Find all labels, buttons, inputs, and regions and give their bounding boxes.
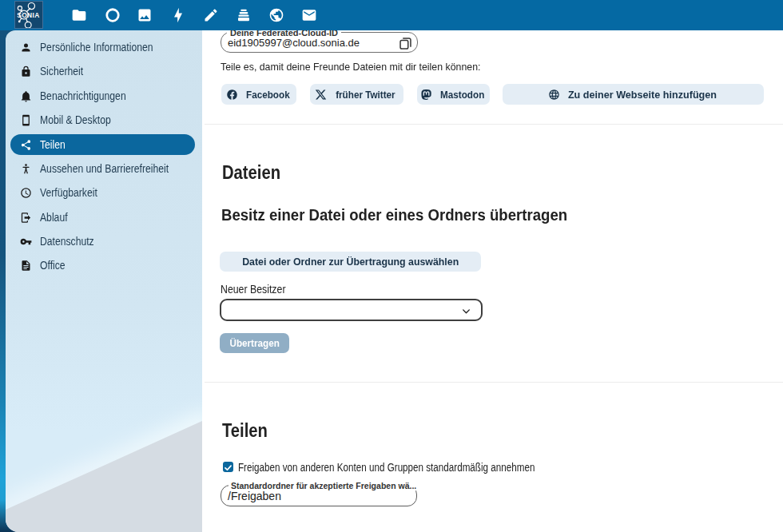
svg-text:SONIA: SONIA <box>17 11 39 19</box>
